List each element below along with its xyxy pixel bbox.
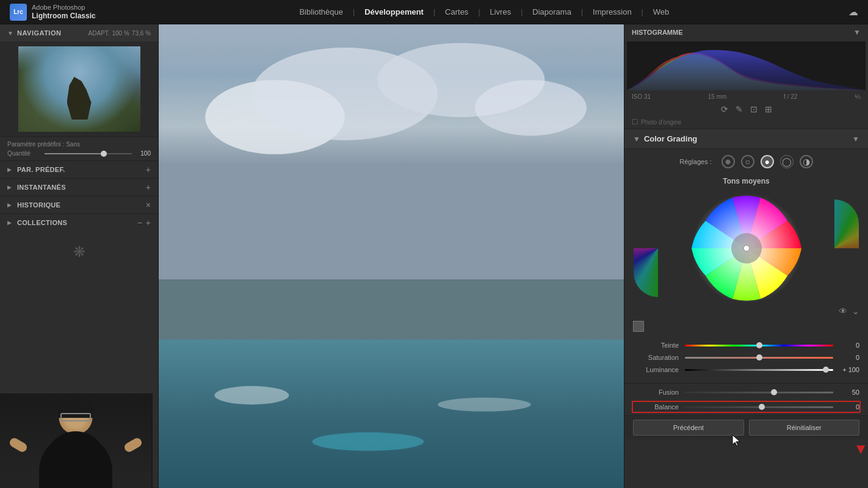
cg-mode-linked[interactable]: ⊕: [722, 155, 735, 168]
app-logo-icon: Lrc: [10, 4, 27, 21]
reset-button[interactable]: Réinitialiser: [749, 420, 860, 436]
historique-close-button[interactable]: ×: [146, 201, 151, 209]
fusion-track[interactable]: [685, 392, 833, 393]
photo-origin-link[interactable]: ☐ Photo d'origine: [624, 117, 868, 129]
color-grading-panel: ▼ Color Grading ▼ Réglages : ⊕ ○ ● ◯ ◑ T…: [624, 129, 868, 488]
wheel-eye-icon[interactable]: 👁: [839, 306, 847, 316]
nav-impression[interactable]: Impression: [584, 0, 640, 24]
luminance-track[interactable]: [685, 369, 833, 371]
nav-web[interactable]: Web: [645, 0, 678, 24]
top-navigation: Lrc Adobe Photoshop Lightroom Classic Bi…: [0, 0, 868, 24]
right-partial-wheel: [834, 199, 859, 297]
hist-action-4[interactable]: ⊞: [765, 104, 772, 114]
color-grading-sliders: Teinte 0 Saturation 0: [624, 316, 868, 383]
instantanes-section: ▶ Instantanés +: [0, 179, 158, 196]
balance-thumb[interactable]: [759, 404, 765, 410]
svg-rect-6: [159, 340, 624, 488]
collections-title: Collections: [17, 219, 137, 226]
nav-developpement[interactable]: Développement: [356, 0, 432, 24]
historique-title: Historique: [17, 201, 146, 209]
fusion-thumb[interactable]: [771, 389, 777, 395]
bottom-arrow-indicator: ▼: [853, 442, 868, 456]
midtones-wheel[interactable]: [661, 190, 831, 306]
par-predef-header[interactable]: ▶ Par. prédef. +: [0, 161, 158, 178]
teinte-value: 0: [838, 342, 859, 349]
quantity-row: Quantité 100: [7, 150, 151, 157]
luminance-thumb[interactable]: [823, 367, 829, 373]
fusion-balance-section: Fusion 50 Balance 0: [624, 383, 868, 415]
hist-action-3[interactable]: ⊡: [750, 104, 758, 114]
collections-icon: ❋: [73, 243, 85, 260]
previous-button[interactable]: Précédent: [633, 420, 744, 436]
instantanes-add-button[interactable]: +: [146, 183, 151, 192]
histogram-iso: ISO 31: [632, 93, 651, 100]
nav-adapt-controls: ADAPT. 100 % 73,6 %: [88, 30, 151, 37]
color-wheel-container: [624, 190, 868, 306]
cg-header-dropdown[interactable]: ▼: [852, 135, 859, 143]
bottom-buttons: Précédent Réinitialiser: [624, 415, 868, 439]
quantity-slider[interactable]: [45, 153, 132, 154]
instantanes-header[interactable]: ▶ Instantanés +: [0, 179, 158, 196]
right-panel: Histogramme ▼: [624, 24, 868, 488]
nav-diaporama[interactable]: Diaporama: [524, 0, 580, 24]
saturation-row: Saturation 0: [633, 354, 859, 361]
saturation-value: 0: [838, 354, 859, 361]
histogram-meta: ISO 31 15 mm f / 22 ⅟₅: [624, 92, 868, 102]
wheel-down-icon[interactable]: ⌄: [852, 306, 859, 316]
saturation-label: Saturation: [633, 354, 685, 361]
balance-track[interactable]: [685, 406, 833, 408]
saturation-track[interactable]: [685, 357, 833, 359]
svg-point-4: [475, 80, 587, 135]
zoom-73: 73,6 %: [132, 30, 151, 37]
svg-rect-5: [159, 279, 624, 349]
teinte-thumb[interactable]: [756, 342, 762, 348]
shadows-wheel[interactable]: [631, 199, 661, 297]
wheel-icons: 👁 ⌄: [624, 306, 868, 316]
collections-minus-button[interactable]: −: [137, 218, 142, 227]
nav-thumbnail-container: [0, 41, 158, 137]
collections-arrow: ▶: [7, 220, 13, 226]
svg-point-13: [312, 432, 424, 451]
highlights-wheel[interactable]: [831, 199, 862, 297]
historique-header[interactable]: ▶ Historique ×: [0, 196, 158, 214]
photo-origin-text: Photo d'origine: [641, 119, 681, 126]
collections-header[interactable]: ▶ Collections − +: [0, 214, 158, 231]
navigation-header[interactable]: ▼ Navigation ADAPT. 100 % 73,6 %: [0, 24, 158, 41]
left-panel: ▼ Navigation ADAPT. 100 % 73,6 % Paramèt…: [0, 24, 159, 488]
histogram-header: Histogramme ▼: [624, 24, 868, 40]
par-predef-add-button[interactable]: +: [146, 165, 151, 174]
teinte-track[interactable]: [685, 345, 833, 346]
fusion-label: Fusion: [633, 389, 685, 396]
collections-add-button[interactable]: +: [146, 218, 151, 227]
nav-livres[interactable]: Livres: [482, 0, 520, 24]
color-grading-header: ▼ Color Grading ▼: [624, 129, 868, 149]
cg-mode-highlights[interactable]: ◯: [780, 155, 794, 168]
saturation-thumb[interactable]: [756, 354, 762, 361]
nav-cartes[interactable]: Cartes: [436, 0, 477, 24]
quantity-label: Quantité: [7, 150, 41, 157]
color-swatch[interactable]: [633, 321, 644, 332]
fusion-row: Fusion 50: [633, 389, 859, 396]
cg-mode-midtones[interactable]: ●: [761, 155, 774, 168]
cloud-icon[interactable]: ☁: [848, 6, 858, 18]
center-content: [159, 24, 624, 488]
cg-mode-split[interactable]: ◑: [800, 155, 813, 168]
balance-value: 0: [838, 403, 859, 411]
svg-point-12: [438, 398, 530, 412]
preset-section: Paramètre prédéfini : Sans Quantité 100: [0, 137, 158, 161]
par-predef-arrow: ▶: [7, 167, 13, 173]
hist-action-1[interactable]: ⟳: [721, 104, 728, 114]
hist-action-2[interactable]: ✎: [736, 104, 743, 114]
svg-point-11: [214, 386, 289, 404]
navigation-title: Navigation: [17, 29, 88, 37]
nav-bibliotheque[interactable]: Bibliothèque: [291, 0, 352, 24]
adapt-label: ADAPT.: [88, 30, 109, 37]
cg-mode-shadows[interactable]: ○: [741, 155, 754, 168]
collections-content: ❋: [0, 231, 158, 273]
balance-highlight: Balance 0: [632, 401, 861, 413]
photo-origin-checkbox[interactable]: ☐: [632, 118, 638, 126]
histogram-canvas: [627, 41, 866, 90]
histogram-dropdown[interactable]: ▼: [853, 28, 861, 37]
main-layout: ▼ Navigation ADAPT. 100 % 73,6 % Paramèt…: [0, 24, 868, 488]
fusion-value: 50: [838, 389, 859, 396]
